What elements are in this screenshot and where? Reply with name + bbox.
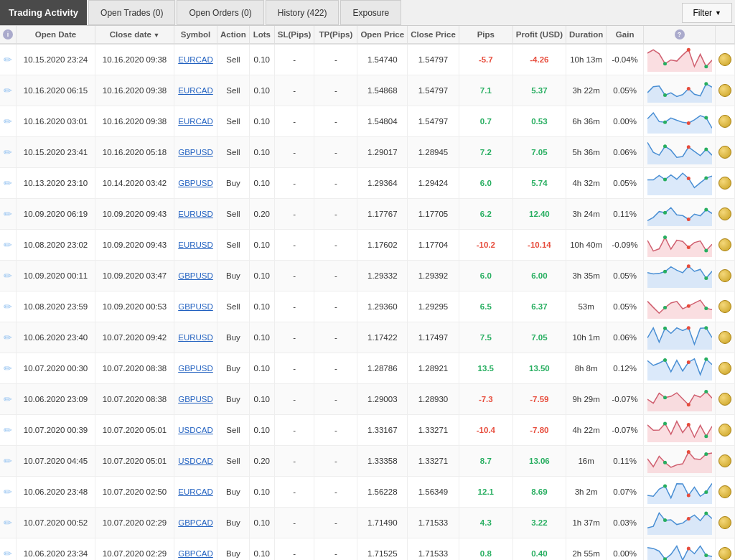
mini-chart[interactable] <box>644 291 716 322</box>
profit: -4.26 <box>512 44 566 75</box>
profit: 7.05 <box>512 137 566 168</box>
edit-icon[interactable]: ✏ <box>0 261 17 291</box>
col-open-price[interactable]: Open Price <box>357 26 408 44</box>
edit-icon[interactable]: ✏ <box>0 508 17 538</box>
col-open-date[interactable]: Open Date <box>17 26 95 44</box>
chart-info-icon[interactable]: ? <box>675 29 685 39</box>
pips: 6.2 <box>459 199 512 230</box>
close-date: 10.16.2020 09:38 <box>95 106 174 137</box>
symbol[interactable]: EURUSD <box>174 199 217 230</box>
duration: 4h 32m <box>566 168 606 199</box>
symbol[interactable]: GBPUSD <box>174 353 217 384</box>
sl: - <box>274 75 314 106</box>
open-date: 10.08.2020 23:59 <box>17 291 95 322</box>
symbol[interactable]: GBPUSD <box>174 261 217 291</box>
svg-point-12 <box>663 178 667 182</box>
symbol[interactable]: EURCAD <box>174 44 217 75</box>
symbol[interactable]: EURCAD <box>174 106 217 137</box>
svg-point-29 <box>704 326 708 330</box>
coin-icon <box>718 300 731 313</box>
symbol[interactable]: EURUSD <box>174 230 217 261</box>
edit-icon[interactable]: ✏ <box>0 199 17 230</box>
profit: 7.05 <box>512 322 566 353</box>
mini-chart[interactable] <box>644 230 716 261</box>
col-symbol[interactable]: Symbol <box>174 26 217 44</box>
symbol[interactable]: GBPUSD <box>174 291 217 322</box>
mini-chart[interactable] <box>644 353 716 384</box>
mini-chart[interactable] <box>644 446 716 477</box>
edit-icon[interactable]: ✏ <box>0 291 17 322</box>
mini-chart[interactable] <box>644 44 716 75</box>
edit-icon[interactable]: ✏ <box>0 384 17 415</box>
symbol[interactable]: USDCAD <box>174 446 217 477</box>
edit-icon[interactable]: ✏ <box>0 322 17 353</box>
mini-chart[interactable] <box>644 261 716 291</box>
col-lots[interactable]: Lots <box>249 26 274 44</box>
action: Buy <box>217 168 250 199</box>
gain: -0.07% <box>607 415 644 446</box>
tab-open-orders[interactable]: Open Orders (0) <box>177 0 263 25</box>
tab-history[interactable]: History (422) <box>266 0 340 25</box>
symbol[interactable]: EURCAD <box>174 75 217 106</box>
col-profit[interactable]: Profit (USD) <box>512 26 566 44</box>
edit-icon[interactable]: ✏ <box>0 230 17 261</box>
mini-chart[interactable] <box>644 508 716 538</box>
col-tp[interactable]: TP(Pips) <box>314 26 357 44</box>
edit-icon[interactable]: ✏ <box>0 353 17 384</box>
svg-point-44 <box>704 490 708 494</box>
edit-icon[interactable]: ✏ <box>0 44 17 75</box>
symbol[interactable]: EURCAD <box>174 477 217 508</box>
svg-point-7 <box>686 121 690 125</box>
col-pips[interactable]: Pips <box>459 26 512 44</box>
symbol[interactable]: GBPCAD <box>174 508 217 538</box>
symbol[interactable]: EURUSD <box>174 322 217 353</box>
col-action[interactable]: Action <box>217 26 250 44</box>
open-date: 10.15.2020 23:41 <box>17 137 95 168</box>
svg-point-5 <box>704 82 708 85</box>
mini-chart[interactable] <box>644 322 716 353</box>
symbol[interactable]: GBPUSD <box>174 137 217 168</box>
profit: 13.06 <box>512 446 566 477</box>
col-close-date[interactable]: Close date <box>95 26 174 44</box>
symbol[interactable]: USDCAD <box>174 415 217 446</box>
edit-icon[interactable]: ✏ <box>0 137 17 168</box>
info-icon[interactable]: i <box>3 29 13 39</box>
mini-chart[interactable] <box>644 75 716 106</box>
svg-point-0 <box>663 62 667 65</box>
mini-chart[interactable] <box>644 106 716 137</box>
symbol[interactable]: GBPUSD <box>174 384 217 415</box>
edit-icon[interactable]: ✏ <box>0 415 17 446</box>
edit-icon[interactable]: ✏ <box>0 75 17 106</box>
table-row: ✏ 10.07.2020 00:52 10.07.2020 02:29 GBPC… <box>0 508 735 538</box>
mini-chart[interactable] <box>644 477 716 508</box>
col-duration[interactable]: Duration <box>566 26 606 44</box>
symbol[interactable]: GBPCAD <box>174 538 217 561</box>
coin-cell <box>716 415 735 446</box>
gain: 0.06% <box>607 137 644 168</box>
mini-chart[interactable] <box>644 199 716 230</box>
close-date: 10.07.2020 08:38 <box>95 384 174 415</box>
col-gain[interactable]: Gain <box>607 26 644 44</box>
mini-chart[interactable] <box>644 384 716 415</box>
tab-exposure[interactable]: Exposure <box>340 0 401 25</box>
coin-cell <box>716 384 735 415</box>
filter-button[interactable]: Filter <box>682 3 732 23</box>
lots: 0.10 <box>249 508 274 538</box>
edit-icon[interactable]: ✏ <box>0 538 17 561</box>
edit-icon[interactable]: ✏ <box>0 168 17 199</box>
col-sl[interactable]: SL(Pips) <box>274 26 314 44</box>
col-close-price[interactable]: Close Price <box>408 26 459 44</box>
edit-icon[interactable]: ✏ <box>0 477 17 508</box>
mini-chart[interactable] <box>644 415 716 446</box>
symbol[interactable]: GBPUSD <box>174 168 217 199</box>
close-date: 10.07.2020 02:29 <box>95 508 174 538</box>
close-date: 10.09.2020 09:43 <box>95 230 174 261</box>
tab-open-trades[interactable]: Open Trades (0) <box>88 0 175 25</box>
edit-icon[interactable]: ✏ <box>0 106 17 137</box>
mini-chart[interactable] <box>644 168 716 199</box>
edit-icon[interactable]: ✏ <box>0 446 17 477</box>
pips: 13.5 <box>459 353 512 384</box>
mini-chart[interactable] <box>644 538 716 561</box>
mini-chart[interactable] <box>644 137 716 168</box>
open-date: 10.06.2020 23:48 <box>17 477 95 508</box>
